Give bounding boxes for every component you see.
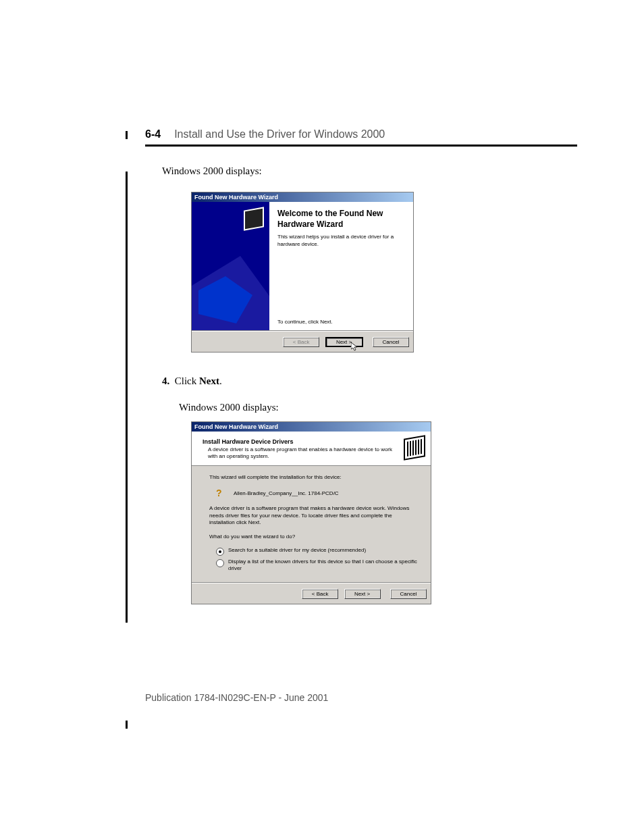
radio-display-label: Display a list of the known drivers for … <box>228 558 419 573</box>
wizard-heading: Welcome to the Found New Hardware Wizard <box>277 209 405 230</box>
dialog2-question: What do you want the wizard to do? <box>209 533 419 540</box>
page-header: 6-4 Install and Use the Driver for Windo… <box>145 128 603 140</box>
wizard-desc: This wizard helps you install a device d… <box>277 234 405 248</box>
intro-text-2: Windows 2000 displays: <box>179 402 603 413</box>
device-name: Allen-Bradley_Company__Inc. 1784-PCD/C <box>234 490 339 496</box>
hardware-icon <box>404 435 425 461</box>
step-4: 4. Click Next. <box>162 375 603 387</box>
dialog2-line1: This wizard will complete the installati… <box>209 474 419 481</box>
cursor-icon <box>351 342 359 352</box>
radio-display-list[interactable]: Display a list of the known drivers for … <box>216 558 419 573</box>
next-button-label: Next > <box>336 339 352 345</box>
change-bar <box>126 131 128 139</box>
cancel-button[interactable]: Cancel <box>373 337 409 347</box>
next-button[interactable]: Next > <box>325 337 363 347</box>
dialog-title: Found New Hardware Wizard <box>192 192 413 202</box>
radio-icon <box>216 548 224 556</box>
radio-search-label: Search for a suitable driver for my devi… <box>228 547 366 554</box>
radio-icon <box>216 559 224 567</box>
back-button[interactable]: < Back <box>302 589 338 599</box>
cancel-button[interactable]: Cancel <box>390 589 427 599</box>
back-button[interactable]: < Back <box>283 337 319 347</box>
intro-text-1: Windows 2000 displays: <box>162 165 603 177</box>
step-text-bold: Next <box>199 375 219 386</box>
hardware-icon <box>244 207 264 230</box>
found-hardware-dialog-2: Found New Hardware Wizard Install Hardwa… <box>191 421 431 604</box>
publication-footer: Publication 1784-IN029C-EN-P - June 2001 <box>145 692 603 703</box>
step-text-post: . <box>219 375 222 386</box>
chapter-title: Install and Use the Driver for Windows 2… <box>174 128 385 140</box>
dialog-title: Found New Hardware Wizard <box>192 422 431 432</box>
change-bar <box>126 172 128 623</box>
wizard-continue: To continue, click Next. <box>277 319 405 325</box>
radio-search[interactable]: Search for a suitable driver for my devi… <box>216 547 419 556</box>
step-number: 4. <box>162 375 169 386</box>
next-button[interactable]: Next > <box>344 589 381 599</box>
dialog2-header-title: Install Hardware Device Drivers <box>203 438 424 445</box>
step-text-pre: Click <box>175 375 199 386</box>
change-bar <box>126 721 128 729</box>
page-number: 6-4 <box>145 128 161 140</box>
header-rule <box>145 145 577 147</box>
found-hardware-dialog-1: Found New Hardware Wizard Welcome to the… <box>191 192 414 353</box>
dialog2-header-desc: A device driver is a software program th… <box>208 446 397 461</box>
wizard-sidebar-graphic <box>192 202 269 330</box>
question-device-icon: ? <box>216 488 228 498</box>
dialog2-line2: A device driver is a software program th… <box>209 505 419 526</box>
